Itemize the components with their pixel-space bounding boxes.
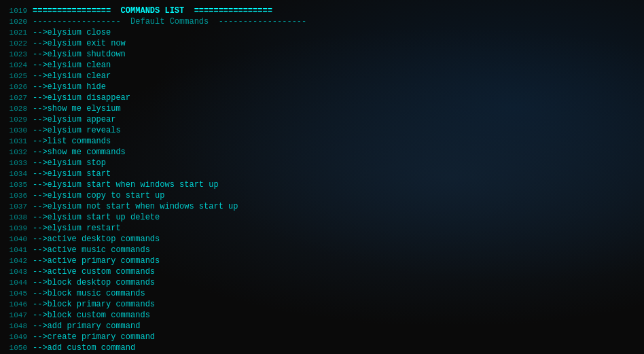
line-number: 1033	[0, 158, 27, 169]
line-content: -->active custom commands	[33, 266, 644, 277]
line-content: -->elysium disappear	[33, 92, 644, 103]
line-number: 1040	[0, 234, 27, 245]
line-content: -->elysium start	[33, 169, 644, 179]
line-number: 1031	[0, 136, 27, 147]
line-number: 1025	[0, 71, 27, 82]
line-content: -->elysium not start when windows start …	[33, 201, 644, 212]
line-number: 1022	[0, 38, 27, 49]
line-content: -->add primary command	[33, 321, 644, 332]
line-content: -->active desktop commands	[33, 234, 644, 245]
line-content: ------------------ Default Commands ----…	[33, 16, 644, 27]
line-content: -->show me commands	[33, 147, 644, 158]
line-number: 1043	[0, 266, 27, 277]
line-content: -->elysium shutdown	[33, 49, 644, 60]
line-content: -->list commands	[33, 136, 644, 147]
line-number: 1050	[0, 342, 27, 353]
line-content: -->elysium copy to start up	[33, 190, 644, 201]
line-content: -->elysium stop	[33, 158, 644, 169]
line-number: 1024	[0, 60, 27, 71]
line-number: 1036	[0, 190, 27, 201]
line-content: -->show me elysium	[33, 103, 644, 114]
line-content: ================ COMMANDS LIST =========…	[33, 5, 644, 16]
line-content: -->add custom command	[33, 342, 644, 353]
line-content: -->active primary commands	[33, 255, 644, 266]
line-number: 1049	[0, 332, 27, 342]
line-number: 1048	[0, 321, 27, 332]
line-number: 1028	[0, 103, 27, 114]
line-number: 1038	[0, 212, 27, 223]
line-number: 1030	[0, 125, 27, 136]
line-content: -->create primary command	[33, 332, 644, 342]
line-content: -->elysium start up delete	[33, 212, 644, 223]
terminal-window: 1019102010211022102310241025102610271028…	[0, 0, 644, 354]
line-content: -->block desktop commands	[33, 277, 644, 288]
line-content: -->elysium hide	[33, 82, 644, 92]
line-number: 1027	[0, 92, 27, 103]
line-number: 1044	[0, 277, 27, 288]
line-number: 1032	[0, 147, 27, 158]
line-content: -->elysium reveals	[33, 125, 644, 136]
line-content: -->elysium exit now	[33, 38, 644, 49]
line-number: 1026	[0, 82, 27, 92]
line-number: 1037	[0, 201, 27, 212]
line-number: 1046	[0, 299, 27, 310]
line-content: -->elysium clean	[33, 60, 644, 71]
line-numbers: 1019102010211022102310241025102610271028…	[0, 0, 33, 354]
line-number: 1045	[0, 288, 27, 299]
line-content: -->elysium start when windows start up	[33, 179, 644, 190]
line-content: -->block custom commands	[33, 310, 644, 321]
line-number: 1042	[0, 255, 27, 266]
line-content: -->elysium clear	[33, 71, 644, 82]
line-number: 1021	[0, 27, 27, 38]
line-content: -->active music commands	[33, 245, 644, 255]
line-content: -->elysium restart	[33, 223, 644, 234]
line-content: -->block primary commands	[33, 299, 644, 310]
line-content: -->elysium close	[33, 27, 644, 38]
line-content: -->elysium appear	[33, 114, 644, 125]
line-number: 1023	[0, 49, 27, 60]
terminal-content: ================ COMMANDS LIST =========…	[33, 0, 644, 354]
line-number: 1029	[0, 114, 27, 125]
line-number: 1041	[0, 245, 27, 255]
line-number: 1034	[0, 169, 27, 179]
line-number: 1039	[0, 223, 27, 234]
line-number: 1035	[0, 179, 27, 190]
line-number: 1047	[0, 310, 27, 321]
line-content: -->block music commands	[33, 288, 644, 299]
line-number: 1019	[0, 5, 27, 16]
line-number: 1020	[0, 16, 27, 27]
